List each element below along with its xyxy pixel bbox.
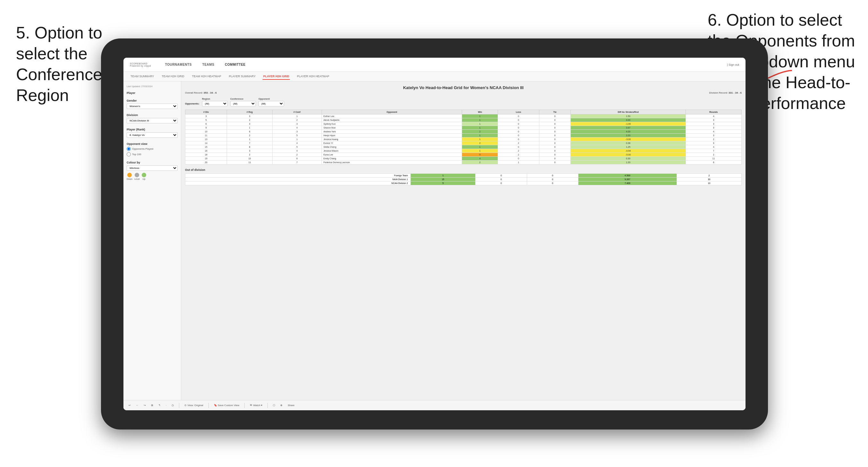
colour-circle-level (135, 173, 139, 177)
sidebar-gender-select[interactable]: Women's (127, 103, 178, 109)
cell-out-win: 15 (411, 178, 475, 181)
cell-rounds: 4 (686, 130, 741, 134)
nav-committee[interactable]: COMMITTEE (223, 62, 247, 67)
cell-loss: 0 (498, 115, 539, 118)
cell-tie: 0 (539, 161, 571, 164)
cell-diff: 1.50 (571, 115, 686, 118)
cell-out-tie: 0 (527, 178, 578, 181)
cell-out-win: 5 (411, 181, 475, 185)
list-item: NCAA Division 2 5 0 0 7.400 10 (185, 181, 742, 185)
sidebar-player-rank-select[interactable]: 8. Katelyn Vo (127, 132, 178, 138)
cell-tie: 0 (539, 149, 571, 153)
cell-opponent: Jessica Huang (321, 137, 462, 142)
sidebar-gender-section: Gender Women's (127, 99, 178, 109)
toolbar-view-original[interactable]: ⊙ View: Original (183, 403, 204, 407)
toolbar-undo[interactable]: ↩ (127, 403, 132, 407)
main-content: Last Updated: 27/03/2024 Player Gender W… (123, 82, 745, 410)
toolbar-grid[interactable]: ⊞ (150, 403, 155, 407)
cell-rounds: 3 (686, 134, 741, 137)
toolbar-share-btn[interactable]: Share (286, 403, 296, 407)
cell-reg: 2 (227, 134, 272, 137)
cell-conf: 3 (272, 122, 321, 126)
cell-rounds: 2 (686, 153, 741, 157)
sub-nav: TEAM SUMMARY TEAM H2H GRID TEAM H2H HEAT… (123, 72, 745, 82)
toolbar-action[interactable]: ↰ (157, 403, 162, 407)
radio-top100[interactable]: Top 100 (127, 152, 178, 156)
cell-out-loss: 0 (475, 181, 527, 185)
table-row: 19 10 6 Emily Chang 4 0 0 0.30 11 (185, 157, 742, 161)
opponent-select[interactable]: (All) (258, 101, 284, 106)
toolbar-add-icon[interactable]: ⊕ (279, 403, 284, 407)
table-row: 13 1 1 Jessica Huang 1 0 0 -3.00 2 (185, 137, 742, 142)
out-of-division-table: Foreign Team 1 0 0 4.500 2 NAIA Division… (185, 174, 742, 185)
cell-conf: 1 (272, 115, 321, 118)
cell-rounds: 3 (686, 126, 741, 130)
cell-loss: 0 (498, 137, 539, 142)
toolbar-dot[interactable]: · (164, 403, 168, 407)
cell-opponent: Jessica Mason (321, 149, 462, 153)
toolbar-save-custom-view[interactable]: 🔖 Save Custom View (213, 403, 241, 407)
region-label: Region (202, 97, 228, 100)
sub-nav-player-h2h-grid[interactable]: PLAYER H2H GRID (262, 73, 290, 80)
app-logo: SCOREBOARD Powered by clippd (130, 62, 151, 67)
toolbar-redo[interactable]: ↪ (143, 403, 147, 407)
sidebar-colour-label: Colour by (127, 161, 178, 164)
cell-rounds: 6 (686, 161, 741, 164)
last-updated: Last Updated: 27/03/2024 (127, 85, 178, 88)
table-row: 11 2 5 Heejo Hyun 1 0 0 3.33 3 (185, 134, 742, 137)
sub-nav-team-h2h-heatmap[interactable]: TEAM H2H HEATMAP (191, 73, 222, 80)
sidebar-opponent-view-label: Opponent view (127, 142, 178, 146)
toolbar-clock[interactable]: ◷ (170, 403, 175, 407)
table-row: 9 1 4 Sharon Mun 1 0 0 3.67 3 (185, 126, 742, 130)
conference-select[interactable]: (All) (230, 101, 256, 106)
cell-loss: 1 (498, 161, 539, 164)
radio-opponents-played[interactable]: Opponents Played (127, 147, 178, 151)
toolbar-share-icon[interactable]: ⬡ (272, 403, 276, 407)
cell-div: 3 (185, 115, 227, 118)
cell-opponent: Emily Chang (321, 157, 462, 161)
cell-loss: 0 (498, 157, 539, 161)
cell-out-win: 1 (411, 174, 475, 178)
toolbar-sep4 (268, 403, 268, 408)
table-row: 20 11 7 Federica Domecq Lacroze 2 1 0 1.… (185, 161, 742, 164)
cell-loss: 2 (498, 153, 539, 157)
toolbar-sep3 (244, 403, 245, 408)
cell-rounds: 9 (686, 142, 741, 145)
cell-win: 4 (462, 157, 498, 161)
nav-tournaments[interactable]: TOURNAMENTS (164, 62, 193, 67)
cell-opponent: Sydney Kuo (321, 122, 462, 126)
sub-nav-team-h2h-grid[interactable]: TEAM H2H GRID (161, 73, 185, 80)
page-title: Katelyn Vo Head-to-Head Grid for Women's… (185, 85, 742, 90)
cell-rounds: 11 (686, 157, 741, 161)
opponent-filter: Opponent (All) (258, 97, 284, 106)
sidebar-division-label: Division (127, 114, 178, 117)
cell-win: 0 (462, 153, 498, 157)
sub-nav-player-summary[interactable]: PLAYER SUMMARY (228, 73, 256, 80)
cell-win: 1 (462, 134, 498, 137)
table-row: 18 2 2 Euna Lee 0 2 0 -5.00 2 (185, 153, 742, 157)
cell-diff: 1.25 (571, 145, 686, 149)
cell-loss: 2 (498, 142, 539, 145)
cell-loss: 0 (498, 118, 539, 122)
toolbar-back[interactable]: ← (135, 403, 140, 407)
region-select[interactable]: (All) (202, 101, 228, 106)
cell-reg: 2 (227, 153, 272, 157)
sidebar-gender-label: Gender (127, 99, 178, 102)
opponent-label: Opponent (258, 97, 284, 100)
sidebar-player-rank-section: Player (Rank) 8. Katelyn Vo (127, 128, 178, 138)
cell-out-name: Foreign Team (185, 174, 411, 178)
cell-tie: 0 (539, 122, 571, 126)
conference-label: Conference (230, 97, 256, 100)
sign-out[interactable]: | Sign out (727, 63, 739, 66)
sub-nav-player-h2h-heatmap[interactable]: PLAYER H2H HEATMAP (296, 73, 330, 80)
toolbar-sep1 (179, 403, 179, 408)
sub-nav-team-summary[interactable]: TEAM SUMMARY (130, 73, 155, 80)
sidebar-colour-select[interactable]: Win/loss (127, 165, 178, 171)
sidebar-division-select[interactable]: NCAA Division III (127, 118, 178, 123)
region-filter: Region (All) (202, 97, 228, 106)
cell-win: 1 (462, 137, 498, 142)
nav-teams[interactable]: TEAMS (201, 62, 216, 67)
tablet-screen: SCOREBOARD Powered by clippd TOURNAMENTS… (123, 58, 745, 410)
toolbar-watch[interactable]: 👁 Watch ▾ (248, 403, 264, 407)
cell-out-diff: 7.400 (578, 181, 677, 185)
